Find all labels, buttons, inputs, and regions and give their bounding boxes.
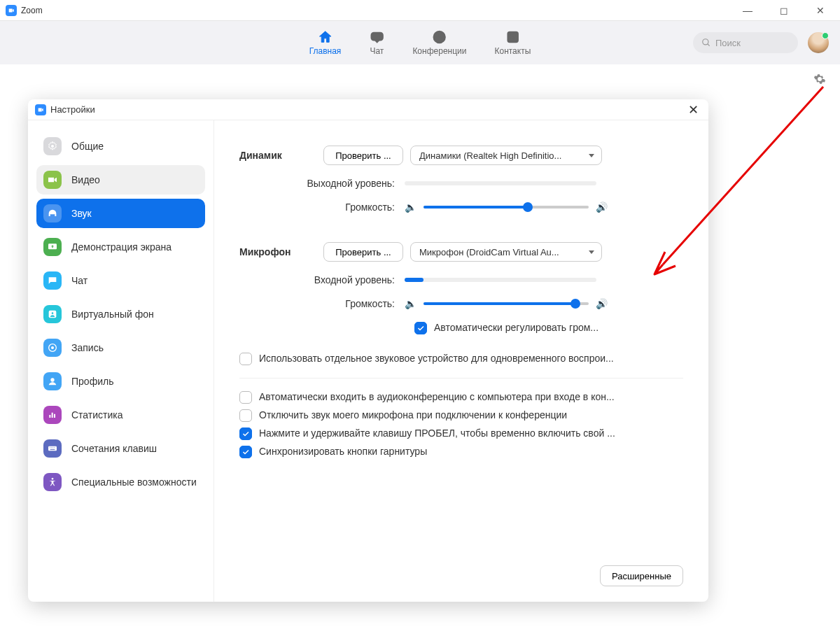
separate-audio-device-label: Использовать отдельное звуковое устройст… <box>259 353 614 364</box>
settings-title: Настройки <box>50 104 95 115</box>
accessibility-icon <box>43 473 62 491</box>
advanced-button[interactable]: Расширенные <box>600 565 683 586</box>
svg-point-13 <box>52 478 54 480</box>
push-to-talk-label: Нажмите и удерживайте клавишу ПРОБЕЛ, чт… <box>259 427 615 439</box>
virtual-bg-icon <box>43 305 62 323</box>
sidebar-item-screen-share[interactable]: Демонстрация экрана <box>36 232 205 262</box>
screen-share-icon <box>43 238 62 256</box>
mic-volume-label: Громкость: <box>239 298 405 309</box>
top-nav: Главная Чат Конференции Контакты Поиск <box>0 21 840 64</box>
app-icon <box>6 5 17 16</box>
clock-icon <box>432 29 447 45</box>
push-to-talk-checkbox[interactable] <box>239 427 252 440</box>
nav-contacts[interactable]: Контакты <box>494 29 531 56</box>
nav-home[interactable]: Главная <box>309 29 342 56</box>
svg-point-3 <box>511 34 515 38</box>
sidebar-item-virtual-bg[interactable]: Виртуальный фон <box>36 299 205 329</box>
separate-audio-device-checkbox[interactable] <box>239 353 252 365</box>
mute-on-join-label: Отключить звук моего микрофона при подкл… <box>259 409 567 420</box>
nav-home-label: Главная <box>309 46 342 56</box>
nav-meetings-label: Конференции <box>412 46 466 56</box>
test-speaker-button[interactable]: Проверить ... <box>323 146 403 165</box>
nav-meetings[interactable]: Конференции <box>412 29 466 56</box>
sidebar-item-audio[interactable]: Звук <box>36 199 205 228</box>
sidebar-label: Виртуальный фон <box>71 309 154 320</box>
sidebar-label: Общие <box>71 141 104 153</box>
profile-icon <box>43 372 62 390</box>
nav-chat-label: Чат <box>370 46 384 56</box>
sidebar-label: Запись <box>71 342 104 354</box>
video-icon <box>43 171 62 189</box>
volume-low-icon: 🔈 <box>405 298 416 309</box>
sidebar-label: Видео <box>71 174 100 186</box>
search-input[interactable]: Поиск <box>693 32 798 53</box>
chat-icon <box>369 29 384 45</box>
sidebar-item-statistics[interactable]: Статистика <box>36 400 205 430</box>
home-icon <box>318 29 333 45</box>
record-icon <box>43 339 62 357</box>
avatar[interactable] <box>808 32 829 53</box>
speaker-output-level-meter <box>405 181 596 185</box>
window-close-button[interactable]: ✕ <box>811 5 830 16</box>
app-icon <box>35 104 46 115</box>
sync-headset-label: Синхронизировать кнопки гарнитуры <box>259 446 427 457</box>
sidebar-label: Чат <box>71 275 88 287</box>
headphones-icon <box>43 204 62 222</box>
nav-chat[interactable]: Чат <box>369 29 384 56</box>
window-maximize-button[interactable]: ◻ <box>774 5 794 16</box>
settings-header: Настройки ✕ <box>28 99 708 120</box>
output-level-label: Выходной уровень: <box>239 178 405 189</box>
mic-volume-slider[interactable] <box>424 302 589 305</box>
window-minimize-button[interactable]: — <box>738 5 757 16</box>
volume-high-icon: 🔊 <box>596 298 608 309</box>
speaker-device-dropdown[interactable]: Динамики (Realtek High Definitio... <box>410 146 602 165</box>
sync-headset-checkbox[interactable] <box>239 446 252 458</box>
nav-contacts-label: Контакты <box>494 46 531 56</box>
sidebar-label: Звук <box>71 208 92 220</box>
speaker-volume-slider[interactable] <box>424 206 589 209</box>
speaker-volume-label: Громкость: <box>239 202 405 213</box>
auto-adjust-volume-checkbox[interactable] <box>414 322 427 334</box>
input-level-label: Входной уровень: <box>239 274 405 285</box>
search-placeholder: Поиск <box>715 38 741 48</box>
sidebar-label: Специальные возможности <box>71 476 197 488</box>
svg-point-4 <box>703 39 708 45</box>
sidebar-label: Демонстрация экрана <box>71 241 172 253</box>
mute-on-join-checkbox[interactable] <box>239 409 252 422</box>
sidebar-item-chat[interactable]: Чат <box>36 266 205 295</box>
sidebar-item-shortcuts[interactable]: Сочетания клавиш <box>36 434 205 463</box>
window-title: Zoom <box>21 6 43 15</box>
stats-icon <box>43 406 62 424</box>
divider <box>239 378 683 379</box>
svg-rect-12 <box>48 446 57 451</box>
sidebar-item-general[interactable]: Общие <box>36 132 205 161</box>
settings-gear-button[interactable] <box>813 73 826 88</box>
auto-join-audio-checkbox[interactable] <box>239 391 252 404</box>
volume-low-icon: 🔈 <box>405 202 416 213</box>
auto-join-audio-label: Автоматически входить в аудиоконференцию… <box>259 391 615 402</box>
sidebar-item-profile[interactable]: Профиль <box>36 367 205 396</box>
sidebar-item-video[interactable]: Видео <box>36 165 205 195</box>
search-icon <box>701 38 711 48</box>
mic-section-label: Микрофон <box>239 246 323 257</box>
titlebar: Zoom — ◻ ✕ <box>0 0 840 21</box>
auto-adjust-label: Автоматически регулировать гром... <box>434 322 598 333</box>
mic-device-dropdown[interactable]: Микрофон (DroidCam Virtual Au... <box>410 242 602 262</box>
sidebar-label: Сочетания клавиш <box>71 443 157 455</box>
sidebar-item-recording[interactable]: Запись <box>36 333 205 362</box>
settings-content: Динамик Проверить ... Динамики (Realtek … <box>214 120 708 602</box>
sidebar-label: Профиль <box>71 376 113 388</box>
svg-point-10 <box>51 346 54 349</box>
contacts-icon <box>505 29 520 45</box>
sidebar-item-accessibility[interactable]: Специальные возможности <box>36 467 205 497</box>
mic-input-level-meter <box>405 278 596 282</box>
sidebar-label: Статистика <box>71 409 123 421</box>
settings-window: Настройки ✕ Общие Видео Звук Демонстраци… <box>28 99 708 602</box>
test-mic-button[interactable]: Проверить ... <box>323 242 403 262</box>
volume-high-icon: 🔊 <box>596 202 608 213</box>
keyboard-icon <box>43 439 62 458</box>
svg-point-8 <box>52 312 54 314</box>
settings-close-button[interactable]: ✕ <box>685 102 701 118</box>
settings-sidebar: Общие Видео Звук Демонстрация экрана Чат… <box>28 120 214 602</box>
gear-icon <box>43 137 62 155</box>
